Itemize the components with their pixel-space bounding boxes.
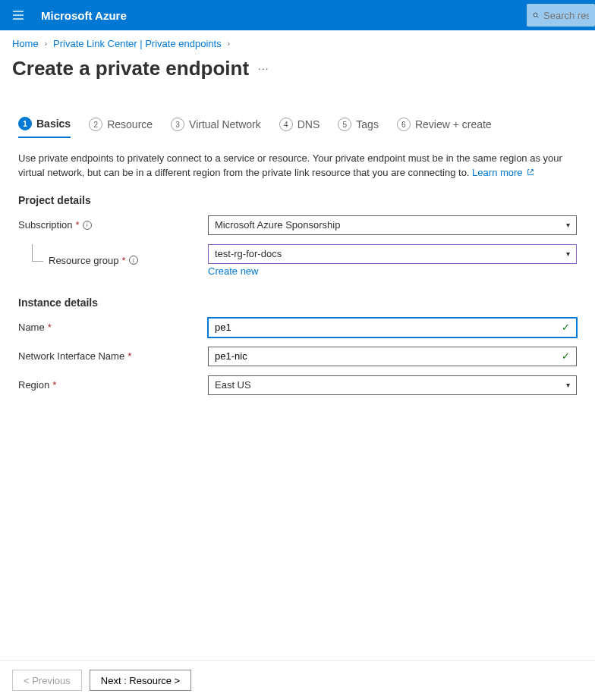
chevron-down-icon: ▾	[566, 250, 570, 258]
label-text: Name	[18, 322, 45, 333]
hamburger-icon	[12, 9, 24, 21]
name-label: Name *	[18, 322, 208, 333]
nic-input-wrapper: ✓	[208, 347, 577, 366]
tab-label: Tags	[356, 118, 379, 130]
tab-step-number: 5	[338, 118, 351, 131]
info-icon[interactable]: i	[129, 256, 138, 265]
label-text: Region	[18, 379, 49, 391]
info-icon[interactable]: i	[83, 221, 92, 230]
label-text: Resource group	[49, 255, 119, 266]
required-asterisk: *	[52, 379, 56, 391]
project-details-heading: Project details	[18, 194, 577, 206]
wizard-footer: < Previous Next : Resource >	[0, 660, 595, 700]
hamburger-menu-button[interactable]	[0, 0, 36, 30]
required-asterisk: *	[122, 255, 126, 266]
label-text: Subscription	[18, 219, 73, 231]
tab-review-create[interactable]: 6 Review + create	[397, 117, 492, 138]
tab-dns[interactable]: 4 DNS	[279, 117, 320, 138]
search-icon	[533, 10, 539, 20]
wizard-tabs: 1 Basics 2 Resource 3 Virtual Network 4 …	[0, 117, 595, 138]
region-control: East US ▾	[208, 375, 577, 395]
region-row: Region * East US ▾	[18, 375, 577, 395]
create-new-resource-group-link[interactable]: Create new	[208, 265, 258, 277]
nic-name-input[interactable]	[215, 350, 562, 362]
next-button[interactable]: Next : Resource >	[90, 670, 191, 691]
tab-step-number: 4	[279, 118, 293, 131]
checkmark-icon: ✓	[562, 350, 570, 362]
chevron-right-icon: ›	[45, 39, 47, 48]
breadcrumb-home[interactable]: Home	[12, 38, 39, 49]
breadcrumb-private-link-center[interactable]: Private Link Center | Private endpoints	[53, 38, 222, 49]
name-control: ✓	[208, 318, 577, 337]
breadcrumb: Home › Private Link Center | Private end…	[0, 30, 595, 54]
svg-line-5	[530, 170, 533, 173]
form-content: Use private endpoints to privately conne…	[0, 138, 595, 418]
svg-line-4	[537, 17, 539, 18]
required-asterisk: *	[128, 350, 131, 362]
select-value: test-rg-for-docs	[215, 248, 282, 259]
global-search[interactable]	[527, 4, 595, 27]
tab-label: Basics	[36, 118, 71, 130]
tab-label: Resource	[107, 118, 153, 130]
required-asterisk: *	[48, 322, 52, 333]
more-actions-button[interactable]: ···	[258, 62, 269, 76]
tab-virtual-network[interactable]: 3 Virtual Network	[171, 117, 261, 138]
intro-text: Use private endpoints to privately conne…	[18, 152, 577, 180]
previous-button: < Previous	[12, 670, 82, 691]
learn-more-label: Learn more	[472, 167, 522, 178]
region-select[interactable]: East US ▾	[208, 375, 577, 395]
tab-label: Virtual Network	[189, 118, 261, 130]
subscription-row: Subscription * i Microsoft Azure Sponsor…	[18, 215, 577, 235]
checkmark-icon: ✓	[562, 322, 570, 333]
tab-basics[interactable]: 1 Basics	[18, 117, 71, 138]
subscription-select[interactable]: Microsoft Azure Sponsorship ▾	[208, 215, 577, 235]
chevron-down-icon: ▾	[566, 381, 570, 389]
search-input[interactable]	[543, 10, 589, 21]
name-input[interactable]	[215, 322, 562, 333]
required-asterisk: *	[76, 219, 80, 231]
nic-name-row: Network Interface Name * ✓	[18, 347, 577, 366]
svg-point-3	[534, 13, 537, 17]
nic-name-label: Network Interface Name *	[18, 350, 208, 362]
name-input-wrapper: ✓	[208, 318, 577, 337]
external-link-icon	[527, 168, 534, 176]
subscription-label: Subscription * i	[18, 219, 208, 231]
tab-label: Review + create	[415, 118, 492, 130]
resource-group-label: Resource group * i	[18, 255, 208, 266]
learn-more-link[interactable]: Learn more	[472, 167, 534, 178]
tab-step-number: 3	[171, 118, 184, 131]
tab-step-number: 1	[18, 117, 32, 130]
tab-label: DNS	[298, 118, 320, 130]
region-label: Region *	[18, 379, 208, 391]
tab-resource[interactable]: 2 Resource	[89, 117, 153, 138]
subscription-control: Microsoft Azure Sponsorship ▾	[208, 215, 577, 235]
top-bar: Microsoft Azure	[0, 0, 595, 30]
tab-step-number: 6	[397, 118, 411, 131]
brand-label: Microsoft Azure	[36, 9, 527, 22]
tab-tags[interactable]: 5 Tags	[338, 117, 379, 138]
label-text: Network Interface Name	[18, 350, 124, 362]
chevron-down-icon: ▾	[566, 221, 570, 229]
select-value: East US	[215, 379, 251, 391]
page-title: Create a private endpoint	[12, 57, 249, 80]
name-row: Name * ✓	[18, 318, 577, 337]
instance-details-heading: Instance details	[18, 297, 577, 309]
nic-name-control: ✓	[208, 347, 577, 366]
tab-step-number: 2	[89, 118, 102, 131]
page-title-row: Create a private endpoint ···	[0, 54, 595, 80]
resource-group-row: Resource group * i test-rg-for-docs ▾ Cr…	[18, 244, 577, 277]
resource-group-control: test-rg-for-docs ▾ Create new	[208, 244, 577, 277]
chevron-right-icon: ›	[228, 39, 230, 48]
resource-group-select[interactable]: test-rg-for-docs ▾	[208, 244, 577, 264]
select-value: Microsoft Azure Sponsorship	[215, 219, 340, 231]
